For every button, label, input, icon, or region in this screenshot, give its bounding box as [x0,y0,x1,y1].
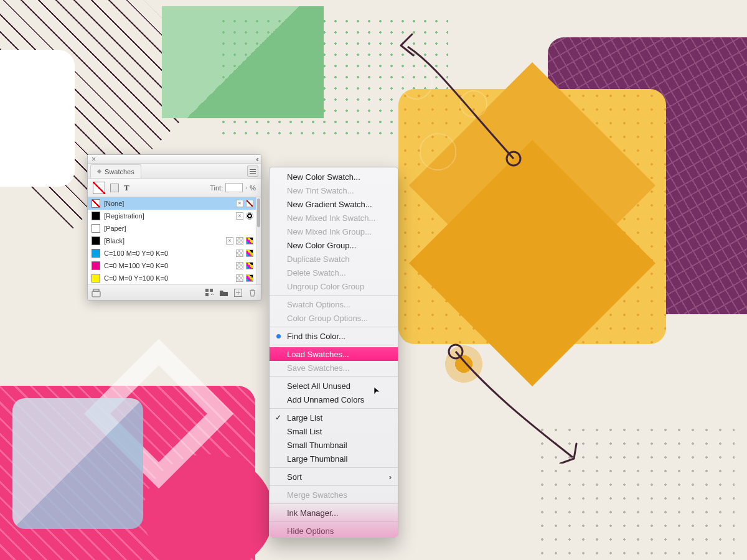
menu-item-label: New Color Group... [287,241,356,250]
menu-item-label: New Tint Swatch... [287,186,354,195]
formatting-container-icon[interactable] [110,184,119,192]
swatch-chip [92,274,100,282]
swatch-chip [92,261,100,270]
menu-item-label: Small Thumbnail [287,441,347,450]
new-swatch-icon[interactable] [233,288,243,297]
blue-dot-icon [276,334,281,338]
menu-item[interactable]: Small List [270,424,398,438]
deco-pulse-dot [442,342,486,386]
menu-separator [270,521,398,522]
folder-icon[interactable] [219,288,228,297]
menu-item[interactable]: Hide Options [270,524,398,538]
cmyk-icon [246,237,253,245]
menu-item-label: New Mixed Ink Swatch... [287,213,375,223]
menu-separator [270,467,398,468]
swatch-chip [92,212,100,220]
x-icon [236,212,243,220]
fill-swatch[interactable] [93,182,105,194]
menu-item-label: Small List [287,427,322,436]
menu-item-label: Large Thumbnail [287,454,347,464]
swatch-row[interactable]: [Black] [88,235,261,247]
menu-item[interactable]: New Gradient Swatch... [270,197,398,211]
menu-item-label: Large List [287,413,322,422]
x-icon [236,200,243,207]
menu-item[interactable]: Small Thumbnail [270,438,398,452]
menu-item[interactable]: Large Thumbnail [270,452,398,465]
svg-rect-5 [210,289,213,292]
menu-item-label: New Gradient Swatch... [287,200,372,209]
menu-separator [270,295,398,296]
trash-icon[interactable] [248,288,257,297]
swatch-attr-icons [236,212,253,220]
show-groups-icon[interactable] [205,288,214,297]
svg-rect-3 [93,289,99,291]
menu-separator [270,485,398,486]
tab-swatches[interactable]: Swatches [90,164,141,178]
panel-flyout-menu: New Color Swatch...New Tint Swatch...New… [269,167,398,538]
swatch-row[interactable]: C=100 M=0 Y=0 K=0 [88,247,261,259]
swatch-label: [Black] [104,237,222,245]
new-group-icon[interactable] [92,288,101,297]
menu-item[interactable]: New Color Group... [270,238,398,252]
close-icon[interactable]: × [92,155,96,164]
deco-grey-dots [535,423,735,560]
menu-item[interactable]: Load Swatches... [270,347,398,361]
menu-item-label: Add Unnamed Colors [287,395,364,404]
panel-titlebar[interactable]: × ‹‹ [88,155,261,164]
menu-item: Delete Swatch... [270,266,398,279]
tint-label: Tint: [210,184,223,192]
svg-rect-4 [205,289,209,292]
menu-item[interactable]: Find this Color... [270,329,398,343]
panel-toolbar: T Tint: › % [88,179,261,197]
menu-item: New Mixed Ink Swatch... [270,211,398,225]
menu-item: Swatch Options... [270,297,398,311]
menu-item-label: Duplicate Swatch [287,254,349,264]
menu-item-label: Sort [287,472,302,482]
menu-item-label: New Color Swatch... [287,172,360,182]
menu-item[interactable]: ✓Large List [270,411,398,424]
deco-blue-triangle [12,398,143,529]
menu-item[interactable]: Ink Manager... [270,506,398,520]
formatting-text-icon[interactable]: T [124,184,129,192]
none-icon [246,200,253,207]
grid-icon [236,262,243,269]
deco-white-card [0,50,75,187]
menu-item: Color Group Options... [270,311,398,325]
swatch-row[interactable]: C=0 M=100 Y=0 K=0 [88,259,261,272]
swatch-label: C=0 M=100 Y=0 K=0 [104,262,232,269]
panel-tabs: Swatches [88,164,261,179]
menu-item[interactable]: Select All Unused [270,379,398,393]
swatch-row[interactable]: C=0 M=0 Y=100 K=0 [88,272,261,284]
collapse-icon[interactable]: ‹‹ [256,155,257,164]
menu-item-label: Load Swatches... [287,350,349,359]
swatch-attr-icons [226,237,253,245]
swatch-row[interactable]: [None] [88,197,261,210]
swatch-list: [None][Registration][Paper][Black]C=100 … [88,197,261,285]
menu-item-label: Hide Options [287,526,334,536]
menu-item-label: Find this Color... [287,332,345,341]
menu-item-label: Ungroup Color Group [287,282,364,291]
swatch-attr-icons [236,262,253,269]
swatch-chip [92,199,100,208]
tint-control: Tint: › % [210,183,256,192]
grid-icon [236,250,243,257]
menu-separator [270,376,398,377]
menu-item[interactable]: Add Unnamed Colors [270,393,398,406]
menu-item[interactable]: Sort [270,470,398,483]
swatch-chip [92,236,100,245]
swatch-attr-icons [236,250,253,257]
tint-unit: % [250,184,256,192]
tint-stepper-icon[interactable]: › [245,185,247,191]
swatch-attr-icons [236,274,253,282]
swatch-label: [Registration] [104,212,232,220]
menu-item: Save Swatches... [270,361,398,375]
menu-item[interactable]: New Color Swatch... [270,170,398,184]
menu-separator [270,408,398,409]
tint-input[interactable] [225,183,243,192]
swatch-scrollbar[interactable] [256,197,261,284]
swatch-chip [92,249,100,258]
swatch-row[interactable]: [Registration] [88,210,261,222]
menu-item-label: Ink Manager... [287,508,338,518]
swatch-row[interactable]: [Paper] [88,222,261,235]
panel-flyout-button[interactable] [247,166,258,177]
